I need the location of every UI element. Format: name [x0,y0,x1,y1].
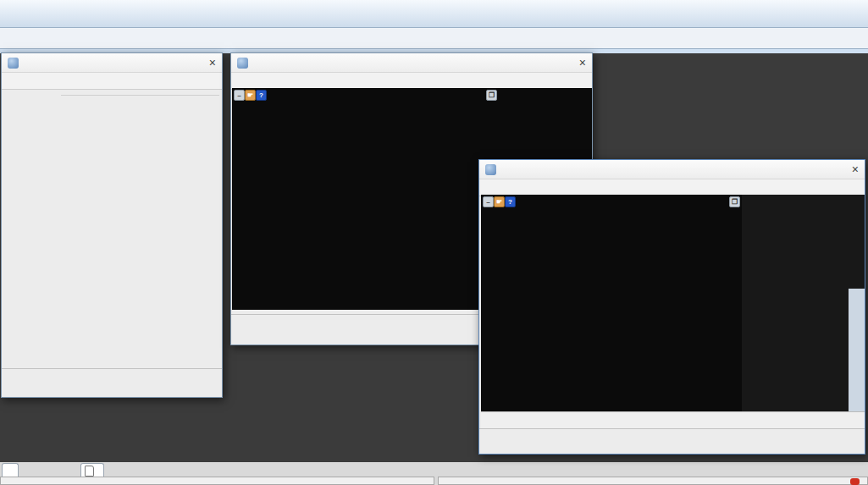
divider [479,428,865,429]
new-page-icon [85,466,94,477]
cold-titlebar[interactable]: × [231,53,592,73]
chart-popout-icon[interactable]: ❐ [729,196,740,207]
window-icon [237,58,248,69]
table-tool-column [849,289,865,421]
alert-dot-icon [850,478,860,485]
bottom-panel-right [438,477,868,485]
app-root: × × – ☛ ? ❐ × [0,0,868,485]
window-icon [8,58,19,69]
close-icon[interactable]: × [579,57,586,69]
new-dashboard-tab[interactable] [80,463,104,477]
chart-help-icon[interactable]: ? [505,196,516,207]
iac-titlebar[interactable]: × [479,160,865,179]
chart-minimize-icon[interactable]: – [234,90,245,101]
close-icon[interactable]: × [209,57,216,69]
bottom-panel-left [0,477,434,485]
idle-menubar [2,73,222,90]
main-toolbar [0,0,868,28]
chart-pointer-icon[interactable]: ☛ [245,90,256,101]
tab-main-dashboard[interactable] [2,463,19,477]
iac-steps-window: × – ☛ ? ❐ [478,159,865,455]
iac-steps-chart[interactable]: – ☛ ? ❐ [481,195,742,411]
cold-menubar [231,73,592,90]
divider [2,368,222,369]
window-icon [485,164,496,175]
dashboard-tab-bar [0,462,868,485]
section-divider [61,95,219,96]
status-text [481,411,865,428]
chart-pointer-icon[interactable]: ☛ [494,196,505,207]
close-icon[interactable]: × [852,163,859,175]
chart-help-icon[interactable]: ? [256,90,267,101]
chart-popout-icon[interactable]: ❐ [486,90,497,101]
coolant-temp-gauge [752,193,857,296]
view-tab-bar [0,28,868,49]
idle-titlebar[interactable]: × [2,53,222,73]
idle-control-window: × [1,52,223,398]
chart-minimize-icon[interactable]: – [483,196,494,207]
